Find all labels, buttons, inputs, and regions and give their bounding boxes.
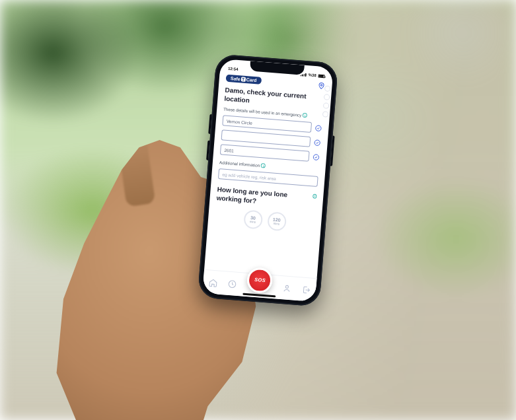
home-indicator[interactable] <box>242 293 276 298</box>
tab-home-icon[interactable] <box>208 277 218 287</box>
status-time: 12:54 <box>228 67 239 71</box>
duration-heading: How long are you lone working for? i <box>216 186 316 210</box>
tab-profile-icon[interactable] <box>282 283 292 293</box>
battery-icon <box>318 74 324 78</box>
address1-verified-icon <box>314 124 322 132</box>
postcode-input[interactable]: 2601 <box>220 144 310 162</box>
info-icon[interactable]: i <box>313 193 317 198</box>
safetcard-logo: SafeTCard <box>226 75 262 85</box>
additional-info-input[interactable]: eg add vehicle reg, risk area <box>218 168 318 187</box>
info-icon[interactable]: i <box>303 113 308 118</box>
address2-verified-icon <box>313 139 321 147</box>
phone-device: 12:54 %38 SafeTCard Damo, check your cur… <box>198 53 338 306</box>
postcode-verified-icon <box>313 153 320 161</box>
tab-logout-icon[interactable] <box>301 285 311 295</box>
duration-120[interactable]: 120mins <box>267 211 287 231</box>
signal-icon <box>301 73 307 77</box>
info-icon[interactable]: i <box>261 163 266 168</box>
address-line1-input[interactable]: Vernon Circle <box>222 115 312 133</box>
svg-point-5 <box>285 285 288 288</box>
duration-options: 30mins 120mins <box>214 207 315 234</box>
phone-screen: 12:54 %38 SafeTCard Damo, check your cur… <box>202 59 333 302</box>
battery-pct: %38 <box>308 73 316 77</box>
tab-history-icon[interactable] <box>227 279 237 289</box>
svg-point-0 <box>320 84 322 86</box>
form-body: Damo, check your current location These … <box>204 86 331 279</box>
address-line2-input[interactable] <box>221 129 311 147</box>
duration-30[interactable]: 30mins <box>243 209 263 229</box>
